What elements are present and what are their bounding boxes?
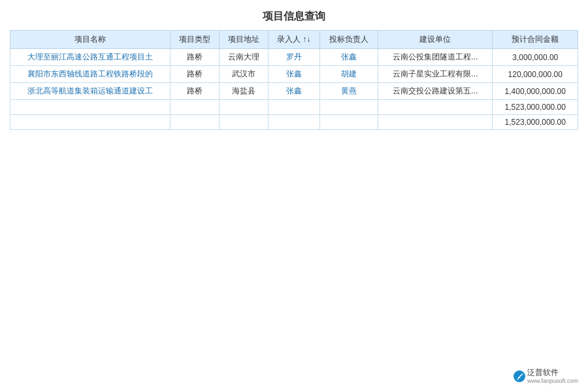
row-2-unit: 云南子星实业工程有限...: [378, 66, 493, 83]
col-header-entry[interactable]: 录入人 ↑↓: [268, 31, 319, 49]
watermark: 𝒻 泛普软件 www.fanpusoft.com: [514, 368, 578, 385]
row-1-amount: 3,000,000.00: [493, 49, 578, 66]
total-empty-4: [268, 115, 319, 130]
col-header-bidder: 投标负责人: [319, 31, 378, 49]
row-3-bidder[interactable]: 黄燕: [319, 83, 378, 100]
row-3-entry[interactable]: 张鑫: [268, 83, 319, 100]
col-header-type: 项目类型: [171, 31, 220, 49]
col-header-name: 项目名称: [10, 31, 171, 49]
watermark-icon: 𝒻: [514, 370, 525, 382]
watermark-sub-text: www.fanpusoft.com: [527, 378, 578, 385]
row-2-address: 武汉市: [219, 66, 268, 83]
row-2-name[interactable]: 襄阳市东西轴线道路工程铁路桥段的: [10, 66, 171, 83]
row-3-amount: 1,400,000,000.00: [493, 83, 578, 100]
row-1-unit: 云南公投集团隧道工程...: [378, 49, 493, 66]
row-1-bidder-link[interactable]: 张鑫: [341, 52, 357, 61]
subtotal-empty-5: [319, 100, 378, 115]
row-2-entry[interactable]: 张鑫: [268, 66, 319, 83]
table-header-row: 项目名称 项目类型 项目地址 录入人 ↑↓ 投标负责人 建设单位 预计合同金额: [10, 31, 578, 49]
row-1-entry-link[interactable]: 罗丹: [286, 52, 302, 61]
subtotal-empty-6: [378, 100, 493, 115]
watermark-text: 泛普软件 www.fanpusoft.com: [527, 368, 578, 385]
subtotal-empty-3: [219, 100, 268, 115]
subtotal-empty-4: [268, 100, 319, 115]
page-title: 项目信息查询: [10, 10, 578, 24]
total-empty-2: [171, 115, 220, 130]
subtotal-row: 1,523,000,000.00: [10, 100, 578, 115]
watermark-logo: 𝒻 泛普软件 www.fanpusoft.com: [514, 368, 578, 385]
row-3-bidder-link[interactable]: 黄燕: [341, 86, 357, 95]
subtotal-empty-1: [10, 100, 171, 115]
total-empty-6: [378, 115, 493, 130]
table-row: 浙北高等航道集装箱运输通道建设工 路桥 海盐县 张鑫 黄燕 云南交投公路建设第五…: [10, 83, 578, 100]
row-3-name-link[interactable]: 浙北高等航道集装箱运输通道建设工: [27, 86, 153, 95]
col-header-address: 项目地址: [219, 31, 268, 49]
row-3-name[interactable]: 浙北高等航道集装箱运输通道建设工: [10, 83, 171, 100]
total-empty-3: [219, 115, 268, 130]
row-1-address: 云南大理: [219, 49, 268, 66]
table-row: 襄阳市东西轴线道路工程铁路桥段的 路桥 武汉市 张鑫 胡建 云南子星实业工程有限…: [10, 66, 578, 83]
col-header-unit: 建设单位: [378, 31, 493, 49]
row-1-entry[interactable]: 罗丹: [268, 49, 319, 66]
row-2-entry-link[interactable]: 张鑫: [286, 69, 302, 78]
total-amount: 1,523,000,000.00: [493, 115, 578, 130]
row-1-bidder[interactable]: 张鑫: [319, 49, 378, 66]
page-container: 项目信息查询 项目名称 项目类型 项目地址 录入人 ↑↓ 投标负责人 建设单位 …: [0, 0, 588, 392]
row-2-amount: 120,000,000.00: [493, 66, 578, 83]
row-1-name[interactable]: 大理至丽江高速公路互通工程项目土: [10, 49, 171, 66]
row-2-bidder[interactable]: 胡建: [319, 66, 378, 83]
row-2-bidder-link[interactable]: 胡建: [341, 69, 357, 78]
subtotal-amount: 1,523,000,000.00: [493, 100, 578, 115]
watermark-icon-text: 𝒻: [518, 372, 520, 380]
table-row: 大理至丽江高速公路互通工程项目土 路桥 云南大理 罗丹 张鑫 云南公投集团隧道工…: [10, 49, 578, 66]
col-header-amount: 预计合同金额: [493, 31, 578, 49]
row-3-type: 路桥: [171, 83, 220, 100]
row-2-name-link[interactable]: 襄阳市东西轴线道路工程铁路桥段的: [27, 69, 153, 78]
row-1-name-link[interactable]: 大理至丽江高速公路互通工程项目土: [27, 52, 153, 61]
total-row: 1,523,000,000.00: [10, 115, 578, 130]
row-3-unit: 云南交投公路建设第五...: [378, 83, 493, 100]
subtotal-empty-2: [171, 100, 220, 115]
data-table: 项目名称 项目类型 项目地址 录入人 ↑↓ 投标负责人 建设单位 预计合同金额 …: [10, 30, 578, 130]
row-3-address: 海盐县: [219, 83, 268, 100]
watermark-main-text: 泛普软件: [527, 368, 578, 378]
row-2-type: 路桥: [171, 66, 220, 83]
row-1-type: 路桥: [171, 49, 220, 66]
total-empty-1: [10, 115, 171, 130]
row-3-entry-link[interactable]: 张鑫: [286, 86, 302, 95]
total-empty-5: [319, 115, 378, 130]
